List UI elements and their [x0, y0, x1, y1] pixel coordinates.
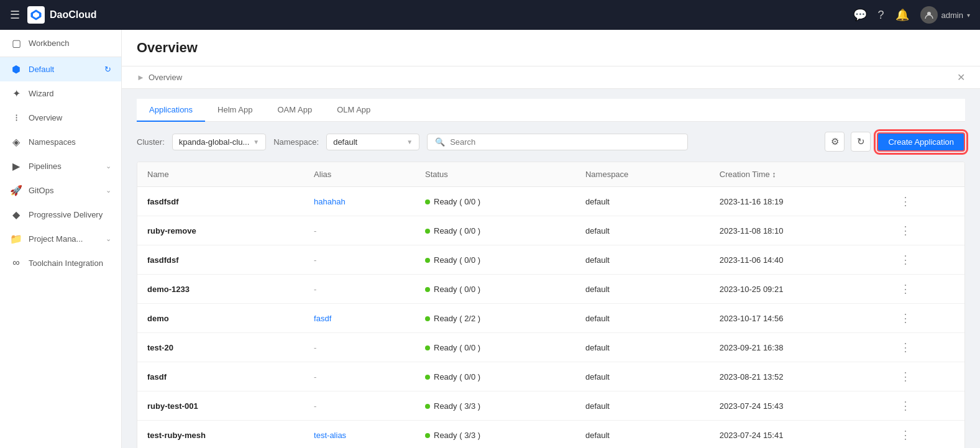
cell-name: fasdfdsf — [137, 245, 304, 275]
namespaces-icon: ◈ — [10, 136, 22, 148]
sidebar-progressive-label: Progressive Delivery — [29, 210, 111, 219]
cell-name: test-ruby-mesh — [137, 421, 304, 449]
row-more-button[interactable]: ⋮ — [897, 429, 914, 441]
cell-status: Ready ( 0/0 ) — [415, 245, 575, 275]
col-creation-time[interactable]: Creation Time ↕ — [710, 162, 888, 187]
status-dot — [425, 229, 430, 234]
sidebar-item-workbench[interactable]: ▢ Workbench — [0, 30, 121, 57]
cell-name: demo-1233 — [137, 275, 304, 304]
cell-name: fasdfsdf — [137, 187, 304, 216]
refresh-button[interactable]: ↻ — [851, 132, 871, 152]
cell-namespace: default — [575, 304, 710, 333]
create-application-button[interactable]: Create Application — [877, 132, 965, 152]
namespace-select[interactable]: default ▼ — [326, 134, 419, 150]
table-row: demo-1233 - Ready ( 0/0 ) default 2023-1… — [137, 275, 964, 304]
col-name: Name — [137, 162, 304, 187]
cell-alias: - — [304, 216, 415, 245]
sidebar-item-progressive-delivery[interactable]: ◆ Progressive Delivery — [0, 203, 121, 227]
breadcrumb-arrow: ► — [137, 73, 145, 82]
sidebar-item-project[interactable]: 📁 Project Mana... ⌄ — [0, 227, 121, 251]
cell-alias[interactable]: test-alias — [304, 421, 415, 449]
col-actions — [887, 162, 964, 187]
sidebar-item-toolchain[interactable]: ∞ Toolchain Integration — [0, 251, 121, 275]
cell-creation-time: 2023-07-24 15:41 — [710, 421, 888, 449]
table-header-row: Name Alias Status Namespace Creation Tim… — [137, 162, 964, 187]
cell-namespace: default — [575, 216, 710, 245]
status-dot — [425, 199, 430, 204]
workbench-icon: ▢ — [10, 37, 22, 49]
tab-oam-app[interactable]: OAM App — [265, 99, 324, 122]
col-alias: Alias — [304, 162, 415, 187]
cluster-value: kpanda-global-clu... — [179, 137, 249, 147]
cell-creation-time: 2023-11-08 18:10 — [710, 216, 888, 245]
sidebar-item-namespaces[interactable]: ◈ Namespaces — [0, 130, 121, 154]
hamburger-menu[interactable]: ☰ — [10, 8, 20, 22]
search-box[interactable]: 🔍 — [427, 134, 688, 150]
bell-icon[interactable]: 🔔 — [895, 8, 909, 22]
row-more-button[interactable]: ⋮ — [897, 283, 914, 295]
tab-helm-app[interactable]: Helm App — [205, 99, 265, 122]
settings-button[interactable]: ⚙ — [825, 132, 845, 152]
cell-creation-time: 2023-07-24 15:43 — [710, 391, 888, 421]
cell-creation-time: 2023-11-06 14:40 — [710, 245, 888, 275]
table-row: demo fasdf Ready ( 2/2 ) default 2023-10… — [137, 304, 964, 333]
overview-icon: ⁝ — [10, 112, 22, 124]
cell-status: Ready ( 0/0 ) — [415, 362, 575, 391]
tab-applications[interactable]: Applications — [137, 99, 205, 122]
status-dot — [425, 287, 430, 292]
gitops-icon: 🚀 — [10, 185, 22, 196]
chat-icon[interactable]: 💬 — [853, 8, 867, 22]
sidebar-workbench-label: Workbench — [29, 39, 111, 48]
sidebar-item-gitops[interactable]: 🚀 GitOps ⌄ — [0, 178, 121, 203]
project-icon: 📁 — [10, 233, 22, 245]
cluster-select[interactable]: kpanda-global-clu... ▼ — [172, 134, 266, 150]
user-label: admin — [941, 11, 963, 20]
sidebar-item-default[interactable]: ⬢ Default ↻ — [0, 57, 121, 81]
table-row: ruby-test-001 - Ready ( 3/3 ) default 20… — [137, 391, 964, 421]
cell-creation-time: 2023-10-25 09:21 — [710, 275, 888, 304]
cell-actions: ⋮ — [887, 391, 964, 421]
row-more-button[interactable]: ⋮ — [897, 254, 914, 266]
cell-namespace: default — [575, 421, 710, 449]
search-input[interactable] — [450, 137, 680, 147]
tab-olm-app[interactable]: OLM App — [324, 99, 383, 122]
help-icon[interactable]: ? — [878, 9, 884, 22]
breadcrumb-label: Overview — [149, 73, 182, 82]
cell-name: ruby-remove — [137, 216, 304, 245]
status-dot — [425, 375, 430, 380]
status-dot — [425, 345, 430, 350]
cell-creation-time: 2023-08-21 13:52 — [710, 362, 888, 391]
cell-actions: ⋮ — [887, 421, 964, 449]
sidebar-namespaces-label: Namespaces — [29, 137, 111, 147]
refresh-icon[interactable]: ↻ — [104, 65, 111, 74]
cell-alias: - — [304, 245, 415, 275]
row-more-button[interactable]: ⋮ — [897, 370, 914, 383]
sidebar-item-overview[interactable]: ⁝ Overview — [0, 106, 121, 130]
sidebar-item-wizard[interactable]: ✦ Wizard — [0, 81, 121, 106]
row-more-button[interactable]: ⋮ — [897, 195, 914, 208]
sidebar-item-pipelines[interactable]: ▶ Pipelines ⌄ — [0, 154, 121, 178]
namespace-dropdown-arrow: ▼ — [406, 139, 413, 145]
status-dot — [425, 433, 430, 438]
cell-alias[interactable]: hahahah — [304, 187, 415, 216]
row-more-button[interactable]: ⋮ — [897, 341, 914, 354]
user-arrow: ▾ — [967, 12, 970, 19]
row-more-button[interactable]: ⋮ — [897, 400, 914, 412]
cell-status: Ready ( 0/0 ) — [415, 216, 575, 245]
cell-status: Ready ( 0/0 ) — [415, 333, 575, 362]
content: Applications Helm App OAM App OLM App Cl… — [122, 89, 980, 448]
wizard-icon: ✦ — [10, 88, 22, 99]
applications-table: Name Alias Status Namespace Creation Tim… — [137, 162, 964, 448]
cell-actions: ⋮ — [887, 304, 964, 333]
user-menu[interactable]: admin ▾ — [920, 6, 970, 24]
namespace-value: default — [333, 137, 357, 147]
breadcrumb-close[interactable]: ✕ — [957, 71, 965, 83]
sidebar-default-label: Default — [29, 65, 98, 74]
cell-alias[interactable]: fasdf — [304, 304, 415, 333]
cell-namespace: default — [575, 391, 710, 421]
cell-alias: - — [304, 275, 415, 304]
cell-status: Ready ( 3/3 ) — [415, 421, 575, 449]
col-status: Status — [415, 162, 575, 187]
row-more-button[interactable]: ⋮ — [897, 224, 914, 237]
row-more-button[interactable]: ⋮ — [897, 312, 914, 324]
